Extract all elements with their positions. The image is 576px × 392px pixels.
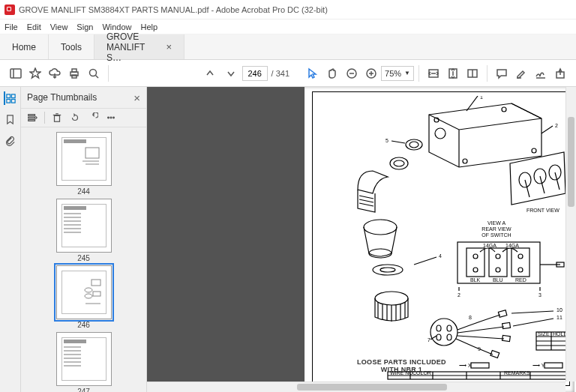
svg-text:SIZE: SIZE	[538, 331, 550, 337]
svg-line-60	[555, 172, 560, 190]
svg-text:8: 8	[469, 315, 472, 320]
svg-rect-29	[28, 115, 35, 116]
tab-document-label: GROVE MANLIFT S…	[106, 31, 161, 63]
svg-rect-5	[72, 69, 76, 72]
svg-rect-136	[544, 363, 562, 368]
svg-rect-134	[471, 363, 489, 368]
svg-text:RED: RED	[515, 277, 526, 283]
zoom-value: 75%	[385, 69, 401, 78]
svg-text:⟶ X: ⟶ X	[459, 363, 472, 368]
svg-point-110	[436, 325, 441, 331]
star-button[interactable]	[26, 64, 45, 83]
svg-point-94	[496, 254, 500, 259]
tab-home[interactable]: Home	[0, 34, 49, 59]
thumbnails-list[interactable]: 244 245 246 247	[21, 127, 146, 392]
svg-point-71	[364, 220, 397, 235]
svg-text:7: 7	[428, 337, 430, 343]
share-button[interactable]	[550, 64, 570, 83]
document-background	[147, 87, 304, 392]
menu-sign[interactable]: Sign	[76, 22, 93, 31]
bookmark-rail-button[interactable]	[4, 112, 17, 126]
horizontal-scrollbar[interactable]	[147, 382, 566, 392]
pointer-tool-button[interactable]	[303, 64, 322, 83]
svg-text:BLU: BLU	[493, 277, 503, 283]
search-button[interactable]	[84, 64, 104, 83]
current-page-input[interactable]	[242, 66, 268, 81]
svg-text:BLK: BLK	[470, 277, 481, 283]
svg-line-75	[414, 257, 436, 265]
svg-point-73	[373, 265, 403, 275]
svg-text:REAR VIEW: REAR VIEW	[482, 226, 512, 232]
zoom-out-button[interactable]	[342, 64, 362, 83]
svg-rect-25	[7, 94, 10, 97]
menu-help[interactable]: Help	[141, 22, 158, 31]
thumbnail-247[interactable]: 247	[56, 332, 112, 392]
svg-point-96	[518, 254, 523, 259]
svg-rect-28	[11, 99, 15, 103]
hand-tool-button[interactable]	[322, 64, 342, 83]
comment-button[interactable]	[492, 64, 512, 83]
svg-rect-32	[55, 115, 60, 121]
thumb-options-button[interactable]	[26, 111, 39, 124]
pdf-page: 1 2 FRONT VIEW	[304, 87, 574, 392]
attachment-rail-button[interactable]	[4, 133, 17, 147]
thumb-label: 246	[77, 321, 90, 329]
delete-page-button[interactable]	[50, 111, 64, 124]
page-up-button[interactable]	[200, 64, 220, 83]
page-down-button[interactable]	[221, 64, 241, 83]
print-button[interactable]	[64, 64, 84, 83]
thumbnail-246[interactable]: 246	[56, 265, 112, 329]
menu-window[interactable]: Window	[102, 22, 131, 31]
loose-parts-label: LOOSE PARTS INCLUDED WITH NBR 1	[357, 359, 446, 374]
document-view[interactable]: 1 2 FRONT VIEW	[147, 87, 576, 392]
fit-page-button[interactable]	[443, 64, 463, 83]
sidebar-toggle-button[interactable]	[6, 64, 26, 83]
zoom-in-button[interactable]	[362, 64, 381, 83]
read-mode-button[interactable]	[463, 64, 482, 83]
menu-file[interactable]: File	[4, 22, 18, 31]
highlight-button[interactable]	[512, 64, 531, 83]
svg-rect-115	[502, 322, 511, 328]
separator	[487, 65, 488, 82]
zoom-level-select[interactable]: 75% ▼	[381, 66, 414, 81]
thumbnail-245[interactable]: 245	[56, 199, 112, 262]
page-thumbnails-panel: Page Thumbnails × 244 245 246	[21, 87, 147, 392]
svg-point-112	[436, 334, 441, 340]
menu-view[interactable]: View	[50, 22, 68, 31]
svg-text:1: 1	[480, 96, 483, 100]
fit-width-button[interactable]	[424, 64, 443, 83]
window-titlebar: GROVE MANLIFT SM3884XT PARTS MANUAL.pdf …	[0, 0, 576, 19]
thumbnails-rail-button[interactable]	[4, 91, 17, 105]
cloud-download-button[interactable]	[45, 64, 64, 83]
menu-edit[interactable]: Edit	[27, 22, 41, 31]
svg-point-77	[375, 292, 408, 305]
thumbnail-244[interactable]: 244	[56, 132, 112, 196]
svg-rect-41	[92, 280, 100, 286]
svg-text:10: 10	[556, 307, 562, 313]
tab-tools[interactable]: Tools	[49, 34, 94, 59]
rotate-cw-button[interactable]	[86, 111, 100, 124]
svg-rect-44	[93, 292, 100, 296]
svg-point-43	[85, 294, 92, 298]
tab-document[interactable]: GROVE MANLIFT S… ×	[94, 34, 184, 59]
thumbnails-toolbar	[21, 108, 146, 127]
rotate-ccw-button[interactable]	[68, 111, 82, 124]
thumb-label: 247	[77, 388, 90, 392]
thumb-more-button[interactable]	[104, 111, 118, 124]
app-pdf-icon	[4, 4, 15, 15]
svg-point-74	[380, 268, 395, 272]
sign-button[interactable]	[531, 64, 550, 83]
separator	[108, 65, 109, 82]
svg-point-62	[406, 139, 422, 150]
svg-line-68	[359, 196, 374, 199]
svg-line-69	[359, 199, 374, 202]
tab-close-icon[interactable]: ×	[166, 41, 172, 52]
svg-text:REMARKS: REMARKS	[504, 370, 530, 376]
close-panel-button[interactable]: ×	[134, 91, 140, 104]
svg-point-63	[410, 142, 418, 148]
vertical-scrollbar[interactable]	[566, 87, 576, 382]
svg-line-59	[540, 176, 544, 193]
svg-point-92	[473, 254, 478, 259]
svg-point-113	[447, 334, 452, 340]
svg-point-35	[108, 117, 110, 118]
